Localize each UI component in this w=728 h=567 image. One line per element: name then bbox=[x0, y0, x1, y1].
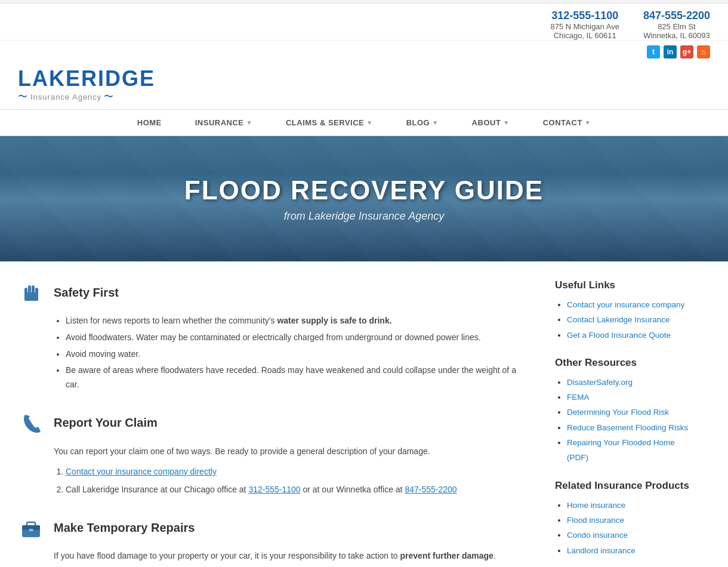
logo-tagline: 〜 Insurance Agency 〜 bbox=[18, 91, 155, 103]
list-item: Contact Lakeridge Insurance bbox=[567, 312, 698, 327]
flood-risk-link[interactable]: Determining Your Flood Risk bbox=[567, 408, 669, 417]
twitter-icon[interactable]: t bbox=[647, 45, 660, 58]
chevron-down-icon: ▼ bbox=[503, 119, 509, 126]
winnetka-phone[interactable]: 847-555-2200 bbox=[643, 10, 710, 21]
repairs-section: Make Temporary Repairs If you have flood… bbox=[18, 514, 531, 567]
contact-company-link[interactable]: Contact your insurance company directly bbox=[66, 467, 217, 476]
nav-blog[interactable]: BLOG ▼ bbox=[390, 110, 455, 135]
wave-left-icon: 〜 bbox=[18, 91, 28, 103]
wave-right-icon: 〜 bbox=[104, 91, 114, 103]
flood-quote-link[interactable]: Get a Flood Insurance Quote bbox=[567, 331, 671, 340]
repairs-header: Make Temporary Repairs bbox=[18, 514, 531, 541]
useful-links-section: Useful Links Contact your insurance comp… bbox=[555, 279, 698, 343]
other-resources-section: Other Resources DisasterSafety.org FEMA … bbox=[555, 357, 698, 466]
claim-section: Report Your Claim You can report your cl… bbox=[18, 410, 531, 497]
list-item: Determining Your Flood Risk bbox=[567, 405, 698, 420]
nav-contact[interactable]: CONTACT ▼ bbox=[526, 110, 608, 135]
main-nav: HOME INSURANCE ▼ CLAIMS & SERVICE ▼ BLOG… bbox=[0, 109, 728, 136]
sidebar-column: Useful Links Contact your insurance comp… bbox=[555, 279, 698, 567]
nav-insurance[interactable]: INSURANCE ▼ bbox=[178, 110, 269, 135]
related-insurance-title: Related Insurance Products bbox=[555, 480, 698, 492]
hero-text-block: FLOOD RECOVERY GUIDE from Lakeridge Insu… bbox=[184, 175, 544, 223]
safety-header: Safety First bbox=[18, 279, 531, 306]
flood-insurance-link[interactable]: Flood insurance bbox=[567, 516, 624, 525]
contact-info: 312-555-1100 875 N Michigan Ave Chicago,… bbox=[551, 10, 711, 40]
list-item: Flood insurance bbox=[567, 513, 698, 528]
related-insurance-list: Home insurance Flood insurance Condo ins… bbox=[555, 498, 698, 558]
list-item: DisasterSafety.org bbox=[567, 375, 698, 390]
googleplus-icon[interactable]: g+ bbox=[680, 45, 693, 58]
other-resources-title: Other Resources bbox=[555, 357, 698, 369]
list-item: Landlord insurance bbox=[567, 543, 698, 558]
contact-lakeridge-link[interactable]: Contact Lakeridge Insurance bbox=[567, 315, 670, 324]
svg-rect-8 bbox=[29, 529, 33, 531]
hero-subtitle: from Lakeridge Insurance Agency bbox=[184, 210, 544, 223]
hero-title: FLOOD RECOVERY GUIDE bbox=[184, 175, 544, 205]
chevron-down-icon: ▼ bbox=[366, 119, 372, 126]
list-item: Contact your insurance company directly bbox=[66, 465, 531, 479]
chicago-phone[interactable]: 312-555-1100 bbox=[551, 10, 618, 21]
condo-insurance-link[interactable]: Condo insurance bbox=[567, 531, 628, 540]
fema-link[interactable]: FEMA bbox=[567, 393, 590, 402]
chicago-phone-link[interactable]: 312-555-1100 bbox=[248, 485, 300, 494]
useful-links-title: Useful Links bbox=[555, 279, 698, 291]
nav-about[interactable]: ABOUT ▼ bbox=[455, 110, 526, 135]
other-resources-list: DisasterSafety.org FEMA Determining Your… bbox=[555, 375, 698, 466]
contact-company-sidebar-link[interactable]: Contact your insurance company bbox=[567, 300, 684, 309]
hero-banner: FLOOD RECOVERY GUIDE from Lakeridge Insu… bbox=[0, 136, 728, 261]
chevron-down-icon: ▼ bbox=[246, 119, 252, 126]
related-insurance-section: Related Insurance Products Home insuranc… bbox=[555, 480, 698, 558]
list-item: Avoid moving water. bbox=[66, 347, 531, 362]
logo-name: LAKERIDGE bbox=[18, 68, 155, 90]
list-item: Call Lakeridge Insurance at our Chicago … bbox=[66, 483, 531, 497]
safety-title: Safety First bbox=[54, 286, 119, 300]
claim-body: You can report your claim one of two way… bbox=[18, 445, 531, 497]
hand-stop-icon bbox=[18, 279, 44, 306]
list-item: Condo insurance bbox=[567, 528, 698, 543]
winnetka-contact: 847-555-2200 825 Elm St Winnetka, IL 600… bbox=[643, 10, 710, 40]
main-layout: Safety First Listen for news reports to … bbox=[0, 261, 716, 567]
repairs-intro: If you have flood damage to your propert… bbox=[54, 549, 531, 563]
linkedin-icon[interactable]: in bbox=[664, 45, 677, 58]
list-item: Repairing Your Flooded Home (PDF) bbox=[567, 435, 698, 466]
chicago-address1: 875 N Michigan Ave bbox=[551, 22, 619, 31]
chicago-address2: Chicago, IL 60611 bbox=[551, 31, 619, 40]
repairs-title: Make Temporary Repairs bbox=[54, 521, 195, 535]
useful-links-list: Contact your insurance company Contact L… bbox=[555, 297, 698, 343]
winnetka-address2: Winnetka, IL 60093 bbox=[643, 31, 710, 40]
list-item: Avoid floodwaters. Water may be contamin… bbox=[66, 331, 531, 345]
svg-rect-4 bbox=[24, 292, 38, 301]
list-item: Listen for news reports to learn whether… bbox=[66, 314, 531, 328]
repairs-body: If you have flood damage to your propert… bbox=[18, 549, 531, 567]
disaster-safety-link[interactable]: DisasterSafety.org bbox=[567, 378, 633, 387]
claim-intro: You can report your claim one of two way… bbox=[54, 445, 531, 459]
chevron-down-icon: ▼ bbox=[585, 119, 591, 126]
top-contact-bar: 312-555-1100 875 N Michigan Ave Chicago,… bbox=[0, 4, 728, 41]
briefcase-icon bbox=[18, 514, 44, 541]
list-item: Get a Flood Insurance Quote bbox=[567, 328, 698, 343]
winnetka-phone-link[interactable]: 847-555-2200 bbox=[405, 485, 456, 494]
home-insurance-link[interactable]: Home insurance bbox=[567, 501, 625, 510]
nav-home[interactable]: HOME bbox=[121, 110, 178, 135]
claim-header: Report Your Claim bbox=[18, 410, 531, 436]
logo[interactable]: LAKERIDGE 〜 Insurance Agency 〜 bbox=[18, 68, 155, 103]
list-item: FEMA bbox=[567, 390, 698, 405]
repairing-home-link[interactable]: Repairing Your Flooded Home (PDF) bbox=[567, 438, 675, 462]
rss-icon[interactable]: ⌂ bbox=[697, 45, 710, 58]
social-icons-bar: t in g+ ⌂ bbox=[0, 41, 728, 62]
nav-claims-service[interactable]: CLAIMS & SERVICE ▼ bbox=[269, 110, 390, 135]
chicago-contact: 312-555-1100 875 N Michigan Ave Chicago,… bbox=[551, 10, 619, 40]
basement-flooding-link[interactable]: Reduce Basement Flooding Risks bbox=[567, 423, 688, 432]
list-item: Reduce Basement Flooding Risks bbox=[567, 420, 698, 435]
claim-ol-list: Contact your insurance company directly … bbox=[54, 465, 531, 497]
safety-section: Safety First Listen for news reports to … bbox=[18, 279, 531, 392]
winnetka-address1: 825 Elm St bbox=[643, 22, 710, 31]
phone-icon bbox=[18, 410, 44, 436]
site-header: LAKERIDGE 〜 Insurance Agency 〜 bbox=[0, 62, 728, 109]
chevron-down-icon: ▼ bbox=[432, 119, 438, 126]
claim-title: Report Your Claim bbox=[54, 416, 158, 430]
list-item: Contact your insurance company bbox=[567, 297, 698, 312]
landlord-insurance-link[interactable]: Landlord insurance bbox=[567, 546, 636, 555]
content-column: Safety First Listen for news reports to … bbox=[18, 279, 531, 567]
safety-bullet-list: Listen for news reports to learn whether… bbox=[54, 314, 531, 392]
